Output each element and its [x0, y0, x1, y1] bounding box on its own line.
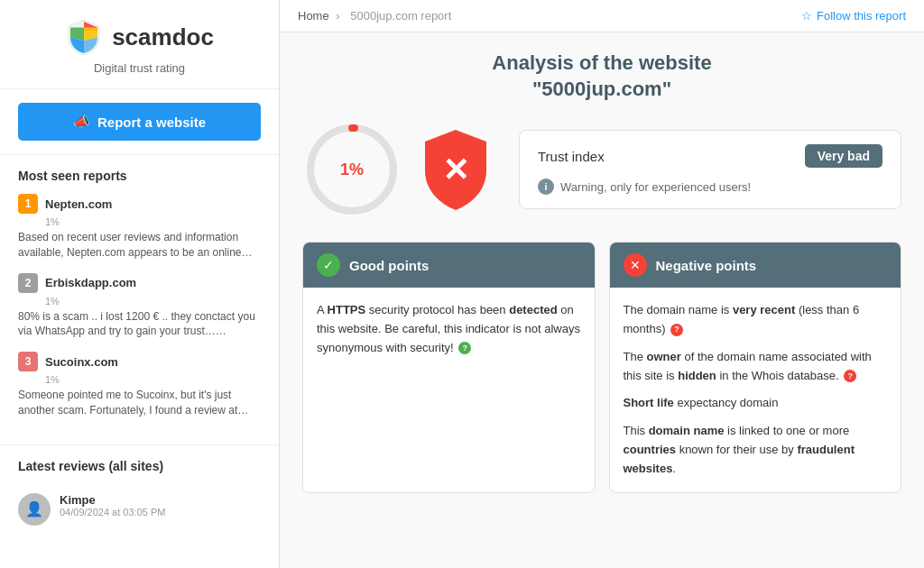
report-desc-2: 80% is a scam .. i lost 1200 € .. they c…	[18, 309, 261, 340]
negative-points-body: The domain name is very recent (less tha…	[610, 288, 901, 491]
https-text: HTTPS	[328, 303, 366, 316]
owner-text: owner	[647, 350, 681, 363]
report-website-button[interactable]: 📣 Report a website	[18, 103, 261, 141]
trust-warning: i Warning, only for experienced users!	[538, 179, 882, 195]
star-icon: ☆	[801, 9, 812, 23]
red-help-icon-1: ?	[670, 324, 683, 336]
domain-name-text: domain name	[649, 424, 725, 437]
good-points-label: Good points	[349, 258, 429, 273]
good-points-header: ✓ Good points	[303, 243, 595, 288]
analysis-top-section: 1% ✕ Trust index Very bad i Warning, onl…	[302, 120, 901, 219]
trust-gauge: 1%	[302, 120, 402, 219]
hidden-text: hidden	[678, 369, 716, 382]
gauge-percent-label: 1%	[340, 160, 364, 179]
x-icon: ✕	[624, 253, 647, 277]
red-help-icon-2: ?	[844, 370, 856, 382]
trust-index-label: Trust index	[538, 149, 605, 164]
list-item[interactable]: 2 Erbiskdapp.com 1% 80% is a scam .. i l…	[18, 273, 261, 340]
avatar: 👤	[18, 493, 51, 526]
report-site-name-1: Nepten.com	[45, 197, 112, 211]
neg-point-2: The owner of the domain name associated …	[624, 348, 888, 386]
breadcrumb: Home › 5000jup.com report	[298, 9, 455, 23]
latest-reviews-section: Latest reviews (all sites) 👤 Kimpe 04/09…	[0, 444, 279, 539]
list-item[interactable]: 3 Sucoinx.com 1% Someone pointed me to S…	[18, 352, 261, 418]
report-percent-1: 1%	[45, 216, 261, 227]
page-header: Home › 5000jup.com report ☆ Follow this …	[280, 0, 924, 32]
most-seen-section: Most seen reports 1 Nepten.com 1% Based …	[0, 154, 279, 444]
follow-report-button[interactable]: ☆ Follow this report	[801, 9, 906, 23]
main-content: Home › 5000jup.com report ☆ Follow this …	[280, 0, 924, 568]
logo-text: scamdoc	[112, 23, 214, 51]
points-section: ✓ Good points A HTTPS security protocol …	[302, 242, 901, 492]
main-body: Analysis of the website "5000jup.com" 1%…	[280, 32, 924, 511]
neg-point-3: Short life expectancy domain	[624, 394, 888, 413]
latest-reviews-title: Latest reviews (all sites)	[18, 459, 261, 473]
good-points-card: ✓ Good points A HTTPS security protocol …	[302, 242, 596, 492]
countries-text: countries	[624, 443, 677, 456]
report-percent-2: 1%	[45, 296, 261, 307]
logo-subtitle: Digital trust rating	[94, 61, 185, 75]
trust-shield-icon: ✕	[420, 127, 492, 213]
scamdoc-logo-icon: G	[65, 18, 103, 56]
logo-area: G scamdoc Digital trust rating	[0, 0, 279, 89]
negative-points-header: ✕ Negative points	[610, 243, 901, 288]
trust-row: Trust index Very bad	[538, 144, 882, 168]
report-desc-1: Based on recent user reviews and informa…	[18, 230, 261, 261]
review-date: 04/09/2024 at 03:05 PM	[60, 507, 165, 518]
neg-point-4: This domain name is linked to one or mor…	[624, 422, 888, 478]
breadcrumb-current: 5000jup.com report	[350, 9, 451, 23]
report-site-name-3: Sucoinx.com	[45, 355, 118, 369]
rank-badge-1: 1	[18, 194, 38, 214]
check-icon: ✓	[317, 253, 340, 277]
reviewer-name: Kimpe	[60, 493, 165, 507]
sidebar: G scamdoc Digital trust rating 📣 Report …	[0, 0, 280, 568]
good-points-body: A HTTPS security protocol has been detec…	[303, 288, 595, 371]
very-recent-text: very recent	[733, 303, 795, 316]
gauge-area: 1% ✕	[302, 120, 492, 219]
neg-point-1: The domain name is very recent (less tha…	[624, 301, 888, 339]
negative-points-card: ✕ Negative points The domain name is ver…	[609, 242, 902, 492]
green-help-icon: ?	[458, 342, 471, 354]
detected-text: detected	[509, 303, 557, 316]
page-title: Analysis of the website "5000jup.com"	[302, 50, 901, 102]
breadcrumb-separator: ›	[336, 9, 339, 23]
megaphone-icon: 📣	[73, 114, 90, 130]
most-seen-title: Most seen reports	[18, 169, 261, 183]
trust-index-box: Trust index Very bad i Warning, only for…	[519, 130, 901, 209]
list-item[interactable]: 👤 Kimpe 04/09/2024 at 03:05 PM	[18, 484, 261, 526]
list-item[interactable]: 1 Nepten.com 1% Based on recent user rev…	[18, 194, 261, 261]
trust-value-badge: Very bad	[805, 144, 882, 168]
report-site-name-2: Erbiskdapp.com	[45, 276, 136, 289]
report-percent-3: 1%	[45, 374, 261, 385]
good-point-1: A HTTPS security protocol has been detec…	[317, 301, 581, 357]
info-icon: i	[538, 179, 554, 195]
report-desc-3: Someone pointed me to Sucoinx, but it's …	[18, 388, 261, 418]
rank-badge-2: 2	[18, 273, 38, 293]
rank-badge-3: 3	[18, 352, 38, 371]
negative-points-label: Negative points	[656, 258, 757, 273]
short-life-text: Short life	[624, 396, 674, 409]
breadcrumb-home[interactable]: Home	[298, 9, 329, 23]
svg-text:✕: ✕	[442, 151, 469, 188]
